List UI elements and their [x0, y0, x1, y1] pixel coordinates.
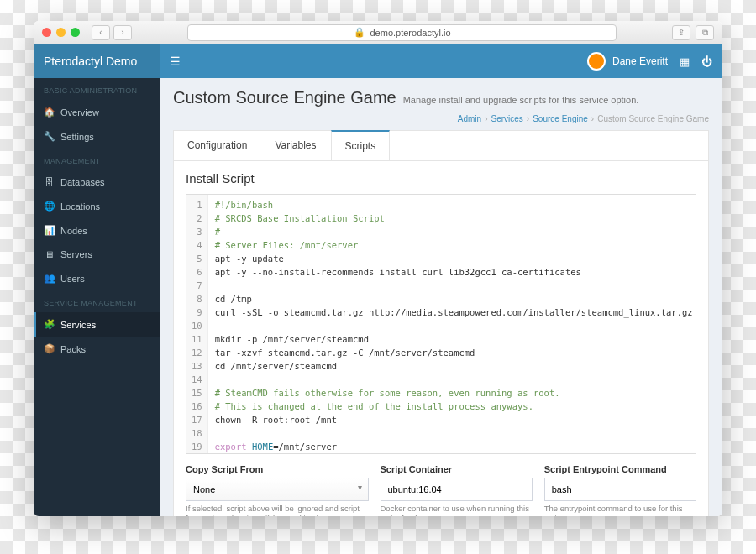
avatar: [587, 52, 606, 71]
sidebar-item-databases[interactable]: 🗄Databases: [34, 170, 160, 194]
address-bar[interactable]: 🔒 demo.pterodactyl.io: [187, 24, 617, 41]
sidebar-icon: 🔧: [44, 131, 54, 142]
sidebar-icon: 🖥: [44, 249, 54, 259]
maximize-window[interactable]: [71, 28, 80, 37]
breadcrumb-sep: ›: [527, 114, 529, 123]
titlebar: ‹ › 🔒 demo.pterodactyl.io ⇪ ⧉: [34, 21, 722, 44]
sidebar-item-label: Users: [60, 274, 85, 284]
copy-from-select[interactable]: [186, 478, 369, 501]
breadcrumb-sep: ›: [591, 114, 594, 123]
brand[interactable]: Pterodactyl Demo: [34, 44, 160, 78]
copy-from-label: Copy Script From: [186, 464, 369, 474]
sidebar-item-label: Locations: [60, 201, 100, 212]
logout-icon[interactable]: ⏻: [701, 55, 712, 68]
browser-window: ‹ › 🔒 demo.pterodactyl.io ⇪ ⧉ Pterodacty…: [34, 21, 722, 516]
breadcrumb-item[interactable]: Admin: [458, 114, 481, 123]
lock-icon: 🔒: [354, 27, 365, 38]
sidebar-section-header: BASIC ADMINISTRATION: [34, 78, 160, 100]
container-label: Script Container: [381, 464, 533, 474]
menu-toggle-icon[interactable]: ☰: [170, 55, 181, 68]
sidebar-item-nodes[interactable]: 📊Nodes: [34, 218, 160, 243]
url-text: demo.pterodactyl.io: [370, 28, 451, 38]
tabs: ConfigurationVariablesScripts: [173, 130, 709, 160]
tabs-icon[interactable]: ⧉: [696, 25, 714, 40]
sidebar-icon: 🌐: [44, 201, 54, 212]
sidebar-icon: 📦: [44, 343, 54, 354]
back-button[interactable]: ‹: [92, 25, 110, 40]
minimize-window[interactable]: [56, 28, 66, 37]
forward-button[interactable]: ›: [113, 25, 132, 40]
sidebar-item-label: Nodes: [60, 226, 87, 236]
window-controls: [42, 28, 80, 37]
sidebar-item-services[interactable]: 🧩Services: [34, 312, 160, 337]
topbar: ☰ Dane Everitt ▦ ⏻: [160, 44, 722, 78]
panel-heading: Install Script: [186, 171, 696, 186]
container-help: Docker container to use when running thi…: [381, 504, 533, 516]
sidebar-item-label: Overview: [60, 107, 99, 118]
sidebar-item-label: Settings: [60, 132, 94, 142]
sidebar-item-overview[interactable]: 🏠Overview: [34, 100, 160, 124]
tab-scripts[interactable]: Scripts: [331, 130, 391, 160]
sidebar-section-header: MANAGEMENT: [34, 149, 160, 170]
entrypoint-label: Script Entrypoint Command: [544, 464, 696, 474]
sidebar-icon: 🧩: [44, 319, 54, 330]
sidebar-item-label: Servers: [60, 249, 92, 259]
page-title: Custom Source Engine Game: [173, 88, 396, 107]
sidebar-item-label: Databases: [60, 177, 105, 187]
sidebar-item-servers[interactable]: 🖥Servers: [34, 243, 160, 266]
sidebar-icon: 👥: [44, 273, 54, 284]
main: ☰ Dane Everitt ▦ ⏻ Custom Source Engine …: [160, 44, 722, 516]
page-subtitle: Manage install and upgrade scripts for t…: [403, 95, 639, 105]
code-editor[interactable]: 1 2 3 4 5 6 7 8 9 10 11 12 13 14 15 16 1…: [186, 194, 696, 454]
sidebar-icon: 🏠: [44, 107, 54, 118]
breadcrumb-item[interactable]: Source Engine: [533, 114, 588, 123]
sidebar-icon: 🗄: [44, 177, 54, 187]
sidebar-item-packs[interactable]: 📦Packs: [34, 337, 160, 361]
user-menu[interactable]: Dane Everitt: [587, 52, 668, 71]
breadcrumb-item: Custom Source Engine Game: [597, 114, 709, 123]
sidebar-section-header: SERVICE MANAGEMENT: [34, 290, 160, 312]
grid-icon[interactable]: ▦: [680, 55, 690, 68]
sidebar-item-label: Services: [60, 320, 96, 330]
copy-from-help: If selected, script above will be ignore…: [186, 504, 369, 516]
sidebar-icon: 📊: [44, 225, 54, 236]
container-input[interactable]: [381, 478, 533, 501]
user-name: Dane Everitt: [612, 55, 668, 67]
entrypoint-help: The entrypoint command to use for this s…: [544, 504, 696, 516]
sidebar-item-label: Packs: [60, 344, 86, 354]
tab-variables[interactable]: Variables: [261, 131, 330, 160]
breadcrumb-sep: ›: [485, 114, 487, 123]
entrypoint-input[interactable]: [544, 478, 696, 501]
sidebar: Pterodactyl Demo BASIC ADMINISTRATION🏠Ov…: [34, 44, 160, 516]
line-gutter: 1 2 3 4 5 6 7 8 9 10 11 12 13 14 15 16 1…: [186, 195, 208, 453]
sidebar-item-users[interactable]: 👥Users: [34, 266, 160, 290]
install-script-panel: Install Script 1 2 3 4 5 6 7 8 9 10 11 1…: [173, 160, 709, 516]
code-body[interactable]: #!/bin/bash # SRCDS Base Installation Sc…: [208, 195, 696, 453]
breadcrumb-item[interactable]: Services: [491, 114, 523, 123]
sidebar-item-locations[interactable]: 🌐Locations: [34, 194, 160, 218]
breadcrumb: Admin›Services›Source Engine›Custom Sour…: [458, 114, 709, 123]
share-icon[interactable]: ⇪: [672, 25, 690, 40]
tab-configuration[interactable]: Configuration: [174, 131, 261, 160]
close-window[interactable]: [42, 28, 51, 37]
sidebar-item-settings[interactable]: 🔧Settings: [34, 124, 160, 149]
